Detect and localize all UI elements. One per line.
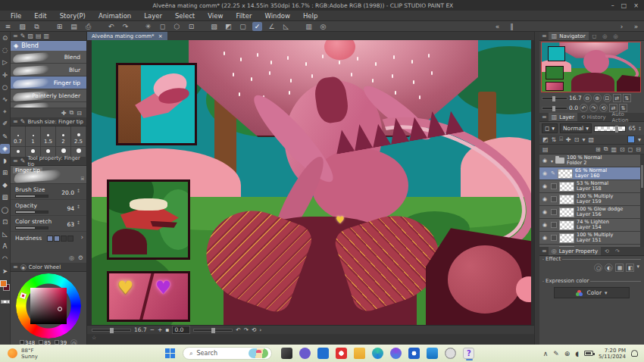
chat-app-icon[interactable] — [299, 348, 311, 359]
color-wheel-menu-icon[interactable]: ≡ — [13, 264, 18, 270]
subtool-tab2-icon[interactable]: ▨ — [27, 33, 33, 39]
transparent-color[interactable] — [1, 300, 10, 304]
nav-rotate-reset-icon[interactable]: ⟲ — [599, 104, 608, 112]
rating-icon[interactable]: ☆ — [92, 335, 96, 341]
brush-size-cell[interactable]: 1.5 — [41, 126, 56, 146]
zoom-out-icon[interactable]: − — [150, 326, 155, 333]
layer-row-156[interactable]: ◉ 100 % Glow dodgeLayer 156 — [539, 206, 644, 219]
nav-rotation-value[interactable]: 0.0 — [569, 105, 578, 111]
fill-tool-icon[interactable]: ⊞ — [0, 168, 10, 178]
brush-size-slider[interactable] — [15, 195, 48, 198]
layer-scrollbar[interactable] — [640, 154, 644, 247]
visibility-eye-icon[interactable]: ◉ — [541, 209, 549, 215]
layer-row-158[interactable]: ◉ 53 % NormalLayer 158 — [539, 180, 644, 193]
blend-mode-dropdown[interactable]: Normal▾ — [560, 123, 592, 133]
history-tab[interactable]: ⟲History — [579, 114, 608, 121]
watercolor-edge-icon[interactable]: ◐ — [605, 264, 613, 272]
subtool-item-painterly-blender[interactable]: Painterly blender — [11, 89, 86, 102]
menu-layer[interactable]: Layer — [138, 11, 168, 20]
pen-tool-icon[interactable]: ✐ — [0, 119, 10, 129]
paperclip-app-icon[interactable] — [445, 348, 456, 359]
folder-expand-icon[interactable]: ▾ — [551, 158, 553, 164]
taskbar-search[interactable]: ⌕ Search — [183, 347, 272, 360]
windows-start-button[interactable] — [165, 348, 175, 358]
brush-size-menu-icon[interactable]: ≡ — [13, 118, 18, 125]
menu-file[interactable]: File — [5, 11, 27, 20]
subtool-category[interactable]: ◈ Blend — [11, 41, 86, 51]
save-icon[interactable]: ⎙ — [83, 22, 93, 31]
effect-dd-icon[interactable]: ▧ — [589, 136, 595, 143]
canvas-tab-close-icon[interactable]: × — [158, 33, 163, 39]
layer-row-159[interactable]: ◉ 100 % MultiplyLayer 159 — [539, 193, 644, 206]
layer-row-folder2[interactable]: ◉ ▾ 100 % NormalFolder 2 — [539, 154, 644, 167]
gradient-tool-icon[interactable]: ▧ — [0, 192, 10, 202]
nav-zoom-out-icon[interactable]: ⊖ — [583, 94, 592, 102]
expand-right2-icon[interactable]: » — [631, 22, 641, 31]
pencil-tool-icon[interactable]: ✎ — [0, 132, 10, 142]
layer-tab[interactable]: ▥Layer — [549, 113, 577, 121]
rotate-reset-icon[interactable]: ⟲ — [252, 326, 256, 333]
opacity-stepper-icon[interactable]: ↕ — [638, 126, 642, 131]
opera-gx-app-icon[interactable] — [408, 348, 420, 359]
new-folder-icon[interactable]: ⧉ — [604, 145, 608, 153]
nav-rotate-cw-icon[interactable]: ↷ — [589, 104, 598, 112]
panel-gutter[interactable] — [534, 32, 539, 345]
page-manager-icon[interactable]: ▥ — [304, 22, 314, 31]
clock[interactable]: 7:20 PM 5/11/2024 — [599, 348, 626, 360]
eraser-tool-icon[interactable]: ◗ — [0, 156, 10, 166]
rotate-cw-icon[interactable]: ↷ — [244, 326, 249, 333]
menu-story[interactable]: Story(P) — [54, 11, 92, 20]
mail-app-icon[interactable] — [427, 348, 438, 359]
subtool-menu-icon[interactable]: ≡ — [13, 33, 18, 39]
navigator-thumbnail[interactable] — [541, 42, 641, 92]
visibility-eye-icon[interactable]: ◉ — [541, 158, 549, 164]
tool-property-header[interactable]: ≡ ✎ Tool property: Finger tip — [11, 157, 86, 166]
menu-view[interactable]: View — [202, 11, 229, 20]
palette-dd-icon[interactable]: ▾ — [638, 136, 641, 143]
visibility-eye-icon[interactable]: ◉ — [541, 235, 549, 241]
border-effect-icon[interactable]: ▧ — [209, 22, 219, 31]
snap-special-icon[interactable]: ◺ — [281, 22, 291, 31]
layer-select-box[interactable] — [551, 183, 557, 189]
zoom-percent[interactable]: 16.7 — [134, 326, 147, 333]
brush-size-value[interactable]: 20.0 — [61, 189, 74, 196]
sv-picker[interactable] — [58, 307, 62, 311]
browser-app-icon[interactable] — [390, 348, 402, 359]
transfer-icon[interactable]: ▥ — [611, 146, 617, 153]
decoration-tool-icon[interactable]: ◆ — [0, 180, 10, 190]
draft-icon[interactable]: ⊡ — [574, 136, 580, 143]
brush-size-stepper[interactable]: ↕ — [77, 189, 80, 192]
volume-icon[interactable]: ◖ — [575, 350, 579, 357]
artwork[interactable]: ♥ ♥ ♥ — [92, 40, 531, 325]
rotate-tool-icon[interactable]: ◌ — [0, 45, 10, 55]
visibility-eye-icon[interactable]: ◉ — [541, 196, 549, 202]
navigator-subview-tab[interactable]: ◻ — [590, 33, 599, 40]
add-subtool-icon[interactable]: ✚ — [61, 110, 67, 117]
tone-icon[interactable]: ◩ — [224, 22, 233, 31]
status-more-icon[interactable]: › — [259, 326, 261, 333]
mask-create-icon[interactable]: ◻ — [628, 146, 633, 153]
snap-on-icon[interactable]: ✓ — [252, 22, 262, 31]
layer-type-dropdown[interactable]: ◻▾ — [542, 123, 558, 133]
rotation-slider[interactable] — [193, 329, 233, 332]
navigator-item-tab[interactable]: ◎ — [600, 33, 609, 40]
workspace-icon[interactable]: ▨ — [17, 22, 27, 31]
canvas-viewport[interactable]: ♥ ♥ ♥ — [87, 40, 534, 325]
nav-fit-icon[interactable]: ⊡ — [603, 94, 611, 102]
layer-row-160[interactable]: ◉ ✎ 65 % NormalLayer 160 — [539, 167, 644, 180]
flow-tool-icon[interactable]: ➤ — [0, 267, 10, 276]
brush-size-cell[interactable]: 0.7 — [11, 126, 26, 146]
subtool-item-partial[interactable] — [11, 102, 86, 108]
operation-tool-icon[interactable]: ▷ — [0, 58, 10, 67]
selection-tool-icon[interactable]: ○ — [0, 83, 10, 92]
nav-zoom-slider[interactable] — [542, 97, 567, 100]
foreground-color[interactable] — [0, 280, 7, 287]
lp-extra-tab[interactable]: ⟲ — [602, 248, 611, 255]
subtool-item-blend[interactable]: Blend — [11, 51, 86, 64]
navigator-menu-icon[interactable]: ≡ — [542, 33, 547, 39]
select-poly-icon[interactable]: ⬡ — [172, 22, 182, 31]
layer-select-box[interactable] — [551, 196, 557, 202]
canvas-tab[interactable]: Alveëna mating comm* × — [87, 32, 167, 40]
lock-layer-icon[interactable]: ⌸ — [559, 136, 563, 143]
subtool-tab4-icon[interactable]: ▥ — [44, 33, 50, 39]
